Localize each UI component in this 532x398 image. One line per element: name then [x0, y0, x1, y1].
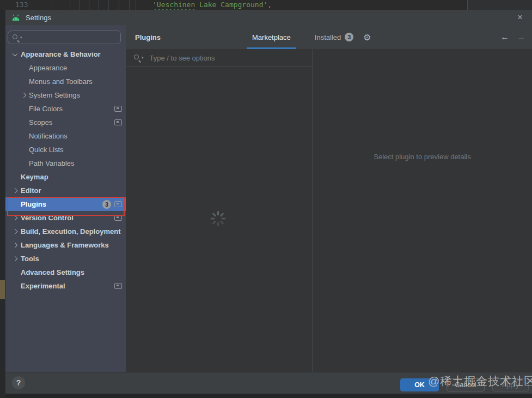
- badge-count: 3: [102, 200, 111, 209]
- editor-pane-divider: [467, 0, 468, 10]
- code-string-rest: Lake Campground': [195, 1, 267, 9]
- sidebar-item-notifications[interactable]: Notifications: [5, 129, 126, 143]
- sidebar-item-scopes[interactable]: Scopes: [5, 116, 126, 129]
- gear-icon[interactable]: ⚙: [363, 25, 371, 49]
- detail-placeholder-text: Select plugin to preview details: [313, 153, 532, 161]
- plugins-header: Plugins MarketplaceInstalled3 ⚙ ← →: [126, 25, 532, 49]
- android-studio-icon: [11, 14, 21, 21]
- editor-guide-line: [129, 0, 130, 10]
- sidebar-item-label: Experimental: [21, 282, 65, 290]
- sidebar-item-keymap[interactable]: Keymap: [5, 170, 126, 184]
- sidebar-item-system-settings[interactable]: System Settings: [5, 88, 126, 102]
- sidebar-item-label: Scopes: [29, 118, 52, 126]
- chevron-right-icon[interactable]: [21, 92, 27, 98]
- dialog-bottom-edge: [5, 394, 532, 398]
- chevron-down-icon[interactable]: [13, 51, 18, 56]
- plugins-tabs: MarketplaceInstalled3: [247, 25, 359, 49]
- sidebar-item-label: Menus and Toolbars: [29, 77, 93, 86]
- tab-label: Installed: [315, 33, 341, 41]
- settings-dialog-titlebar: Settings ×: [5, 10, 532, 26]
- sidebar-item-label: Path Variables: [29, 159, 75, 167]
- forward-arrow-icon: →: [517, 32, 525, 42]
- editor-guide-line: [108, 0, 109, 10]
- plugin-search-box[interactable]: ▾: [126, 49, 312, 67]
- editor-guide-line: [80, 0, 80, 10]
- sidebar-item-label: System Settings: [29, 91, 80, 99]
- editor-guide-line: [89, 0, 89, 10]
- plugin-detail-panel: Select plugin to preview details: [312, 49, 532, 372]
- tab-marketplace[interactable]: Marketplace: [247, 25, 296, 49]
- code-comma: ,: [267, 1, 272, 9]
- ok-button[interactable]: OK: [400, 378, 439, 391]
- sidebar-item-label: Quick Lists: [29, 146, 64, 154]
- sidebar-item-build-execution-deployment[interactable]: Build, Execution, Deployment: [5, 225, 126, 238]
- sidebar-item-label: Appearance: [29, 64, 67, 72]
- navigation-arrows: ← →: [500, 25, 525, 49]
- sidebar-item-label: Keymap: [21, 173, 48, 181]
- sidebar-item-label: Languages & Frameworks: [21, 241, 109, 249]
- sidebar-item-plugins[interactable]: Plugins3: [5, 197, 126, 211]
- sidebar-item-label: Tools: [21, 255, 39, 263]
- search-dropdown-icon[interactable]: ▾: [142, 56, 144, 60]
- dialog-footer: ? OK Cancel Apply: [5, 372, 532, 394]
- sidebar-item-label: Appearance & Behavior: [21, 50, 101, 58]
- project-marker-icon: [114, 283, 122, 289]
- sidebar-item-version-control[interactable]: Version Control: [5, 211, 126, 225]
- chevron-right-icon[interactable]: [13, 242, 18, 248]
- dialog-title: Settings: [26, 14, 51, 22]
- background-left-strip: [0, 10, 5, 398]
- chevron-right-icon[interactable]: [13, 215, 18, 220]
- sidebar-item-tools[interactable]: Tools: [5, 252, 126, 266]
- sidebar-item-experimental[interactable]: Experimental: [5, 279, 126, 293]
- sidebar-item-editor[interactable]: Editor: [5, 184, 126, 197]
- editor-line-number: 133: [15, 1, 28, 9]
- plugin-search-input[interactable]: [149, 53, 312, 63]
- chevron-right-icon[interactable]: [13, 228, 18, 234]
- help-button[interactable]: ?: [12, 376, 25, 389]
- badge-count: 3: [345, 33, 353, 41]
- editor-guide-line: [99, 0, 99, 10]
- back-arrow-icon[interactable]: ←: [500, 32, 509, 42]
- editor-guide-line: [136, 0, 136, 10]
- sidebar-item-appearance[interactable]: Appearance: [5, 61, 126, 75]
- sidebar-item-label: Notifications: [29, 132, 68, 140]
- sidebar-item-label: Build, Execution, Deployment: [21, 227, 120, 236]
- editor-guide-line: [70, 0, 70, 10]
- sidebar-item-label: File Colors: [29, 105, 63, 113]
- sidebar-item-advanced-settings[interactable]: Advanced Settings: [5, 266, 126, 279]
- search-icon: [133, 54, 141, 62]
- sidebar-item-menus-and-toolbars[interactable]: Menus and Toolbars: [5, 75, 126, 88]
- settings-search-input[interactable]: [22, 33, 120, 42]
- sidebar-item-quick-lists[interactable]: Quick Lists: [5, 143, 126, 156]
- project-marker-icon: [114, 215, 122, 221]
- plugin-list-panel: ▾: [126, 49, 312, 372]
- code-string-misspelled: 'Ueschinen: [152, 1, 195, 9]
- cancel-button[interactable]: Cancel: [447, 378, 485, 391]
- sidebar-item-label: Editor: [21, 186, 41, 195]
- sidebar-item-label: Version Control: [21, 214, 74, 222]
- settings-search-box[interactable]: ▾: [8, 31, 121, 44]
- sidebar-item-appearance-behavior[interactable]: Appearance & Behavior: [5, 47, 126, 61]
- settings-sidebar: ▾ Appearance & BehaviorAppearanceMenus a…: [5, 25, 126, 372]
- search-icon: [12, 34, 20, 41]
- editor-gutter-line: [52, 0, 52, 10]
- editor-guide-line: [119, 0, 119, 10]
- project-marker-icon: [114, 201, 122, 207]
- loading-spinner-icon: [210, 211, 225, 226]
- chevron-right-icon[interactable]: [13, 256, 18, 261]
- sidebar-item-languages-frameworks[interactable]: Languages & Frameworks: [5, 238, 126, 252]
- sidebar-item-label: Advanced Settings: [21, 268, 84, 276]
- settings-tree: Appearance & BehaviorAppearanceMenus and…: [5, 47, 126, 293]
- project-marker-icon: [114, 119, 122, 125]
- tab-installed[interactable]: Installed3: [309, 25, 359, 49]
- editor-code-line: 'Ueschinen Lake Campground',: [152, 1, 272, 9]
- page-title: Plugins: [135, 25, 161, 49]
- tab-label: Marketplace: [252, 33, 291, 41]
- editor-right-pane: [468, 0, 532, 10]
- close-icon[interactable]: ×: [512, 10, 528, 25]
- chevron-right-icon[interactable]: [13, 188, 18, 193]
- background-editor-strip: 133 'Ueschinen Lake Campground',: [0, 0, 532, 10]
- sidebar-item-file-colors[interactable]: File Colors: [5, 102, 126, 116]
- background-window-patch: [0, 280, 5, 299]
- sidebar-item-path-variables[interactable]: Path Variables: [5, 156, 126, 170]
